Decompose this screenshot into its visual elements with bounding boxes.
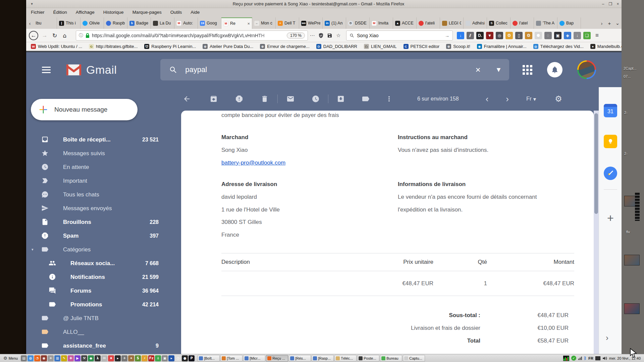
mark-unread-icon[interactable]: [286, 95, 294, 103]
move-to-icon[interactable]: [337, 95, 345, 103]
ublock-icon[interactable]: ▼: [486, 32, 493, 39]
tab-scroll-right[interactable]: ›: [598, 17, 605, 29]
desktop-icon-label[interactable]: 2Capt...: [624, 66, 637, 70]
sidebar-item-cat-gories[interactable]: ▾Catégories: [26, 243, 181, 256]
package-icon[interactable]: ❑: [583, 32, 591, 39]
launcher-icon[interactable]: ✈: [121, 355, 127, 361]
browser-tab[interactable]: Bap: [557, 17, 581, 29]
search-options-caret-icon[interactable]: ▼: [497, 67, 501, 73]
display-icon[interactable]: [595, 356, 600, 360]
launcher-icon[interactable]: ▥: [54, 355, 60, 361]
get-addons-plus-icon[interactable]: +: [604, 211, 617, 225]
desktop-icon-label[interactable]: 07...: [624, 74, 631, 78]
archive-icon[interactable]: [210, 95, 218, 103]
keep-icon[interactable]: [604, 135, 617, 148]
result-count[interactable]: 6 sur environ 158: [417, 96, 459, 102]
download-grey-icon[interactable]: ↓: [574, 32, 581, 39]
menubar-item[interactable]: Outils: [170, 10, 182, 15]
desktop-icon-label[interactable]: 2-: [624, 152, 628, 156]
sidebar-item-notifications[interactable]: Notifications21 599: [26, 270, 181, 284]
sidebar-icon[interactable]: ▯: [515, 32, 523, 39]
browser-tab[interactable]: ❙This i: [57, 17, 80, 29]
browser-tab[interactable]: ▲ACCE: [393, 17, 417, 29]
taskbar-window-button[interactable]: Reçu ...: [266, 355, 288, 362]
launcher-icon[interactable]: ♦: [108, 355, 114, 361]
search-go-icon[interactable]: →: [445, 33, 449, 38]
taskbar-window-button[interactable]: [Micr...: [243, 355, 265, 362]
gmail-search-box[interactable]: paypal × ▼: [160, 59, 509, 80]
tab-close-icon[interactable]: ×: [247, 21, 250, 26]
sidebar-item-allo-[interactable]: ALLO__: [26, 325, 181, 339]
desktop-thumbnail[interactable]: [624, 255, 640, 265]
bookmark-item[interactable]: ●Mandelbulb.com | T...: [590, 44, 622, 49]
shield-check-icon[interactable]: ✓: [571, 356, 576, 361]
taskbar-menu-button[interactable]: ⚙ Menu: [1, 355, 20, 362]
back-icon[interactable]: [183, 95, 191, 103]
menubar-item[interactable]: Édition: [53, 10, 67, 15]
search-bar[interactable]: Song Xiao →: [346, 31, 453, 41]
launcher-icon[interactable]: ▣: [162, 355, 168, 361]
tab-scroll-left[interactable]: ‹: [26, 17, 34, 29]
launcher-icon[interactable]: ✦: [128, 355, 134, 361]
sidebar-item-brouillons[interactable]: Brouillons228: [26, 215, 181, 229]
compose-button[interactable]: Nouveau message: [31, 99, 138, 120]
calendar-icon[interactable]: 31: [604, 104, 617, 117]
url-bar[interactable]: ⓘ https://mail.google.com/mail/u/0/?tab=…: [76, 31, 308, 41]
protection-shield-icon[interactable]: [317, 33, 325, 39]
desktop-filmstrip-icon[interactable]: [635, 193, 640, 221]
launcher-icon[interactable]: ▸: [115, 355, 121, 361]
bookmark-item[interactable]: DDAD_DOLIBARR: [316, 44, 357, 49]
launcher-icon[interactable]: ◷: [175, 355, 181, 361]
taskbar-window-button[interactable]: [Tom ...: [220, 355, 243, 362]
browser-tab[interactable]: 'The A: [534, 17, 557, 29]
library-icon[interactable]: ⫽: [467, 32, 474, 39]
gmail-logo[interactable]: Gmail: [66, 63, 117, 76]
browser-tab[interactable]: ≡Dell T: [276, 17, 299, 29]
clear-search-icon[interactable]: ×: [476, 65, 481, 75]
bookmark-item[interactable]: CPETSCII editor: [404, 44, 440, 49]
browser-tab[interactable]: La Du: [151, 17, 174, 29]
launcher-icon[interactable]: ✚: [68, 355, 74, 361]
desktop-icon-label[interactable]: flv: [626, 230, 630, 234]
bookmark-item[interactable]: ⊕Atelier Pure Data Du...: [203, 44, 253, 49]
gmail-search-icon[interactable]: [169, 66, 177, 74]
launcher-icon[interactable]: ✳: [48, 355, 54, 361]
titlebar[interactable]: ▾ Reçu pour votre paiement à Song Xiao -…: [26, 0, 622, 8]
sidebar-item-en-attente[interactable]: En attente: [26, 160, 181, 174]
message-scrollbar[interactable]: [594, 111, 599, 354]
menubar-item[interactable]: Historique: [103, 10, 124, 15]
sidebar-item-promotions[interactable]: Promotions42 214: [26, 298, 181, 311]
browser-tab[interactable]: 19Goog: [198, 17, 221, 29]
browser-tab[interactable]: weWePre: [299, 17, 323, 29]
launcher-icon[interactable]: ◍: [28, 355, 34, 361]
sidebar-item-tous-les-chats[interactable]: Tous les chats: [26, 188, 181, 201]
downloadhelper-icon[interactable]: ⚈: [535, 32, 542, 39]
minimize-button[interactable]: –: [599, 2, 607, 6]
forward-button[interactable]: →: [40, 31, 50, 41]
monkey-icon[interactable]: ʘ: [525, 32, 532, 39]
keyboard-layout-badge[interactable]: FR: [588, 356, 593, 360]
new-tab-button[interactable]: +: [605, 17, 613, 29]
fox-icon[interactable]: ʘ: [505, 32, 513, 39]
browser-tab[interactable]: l'ateli: [417, 17, 440, 29]
network-signal-icon[interactable]: [578, 357, 582, 360]
launcher-icon[interactable]: S: [135, 355, 141, 361]
sidebar-item-important[interactable]: Important: [26, 174, 181, 188]
bookmark-item[interactable]: ᗢRaspberry Pi Learnin...: [144, 44, 196, 49]
launcher-icon[interactable]: ⚒: [81, 355, 87, 361]
zoom-level-pill[interactable]: 170 %: [287, 33, 305, 39]
taskbar-window-button[interactable]: Captu...: [403, 355, 425, 362]
sidebar-item-messages-suivis[interactable]: Messages suivis: [26, 146, 181, 160]
prev-icon[interactable]: ‹: [486, 94, 489, 104]
bookmark-item[interactable]: ◍Téléchargez des Vid...: [533, 44, 584, 49]
launcher-icon[interactable]: P: [189, 355, 195, 361]
launcher-icon[interactable]: ⇩: [155, 355, 161, 361]
search-input[interactable]: Song Xiao: [357, 33, 442, 38]
scrollbar-thumb[interactable]: [594, 113, 598, 214]
home-button[interactable]: ⌂: [60, 31, 70, 41]
menubar-item[interactable]: Fichier: [31, 10, 45, 15]
browser-tab[interactable]: MRe×: [221, 17, 252, 29]
bookmark-item[interactable]: ⊕Scoop.it!: [446, 44, 470, 49]
menu-hamburger-icon[interactable]: ≡: [593, 32, 601, 39]
delete-icon[interactable]: [261, 95, 269, 103]
